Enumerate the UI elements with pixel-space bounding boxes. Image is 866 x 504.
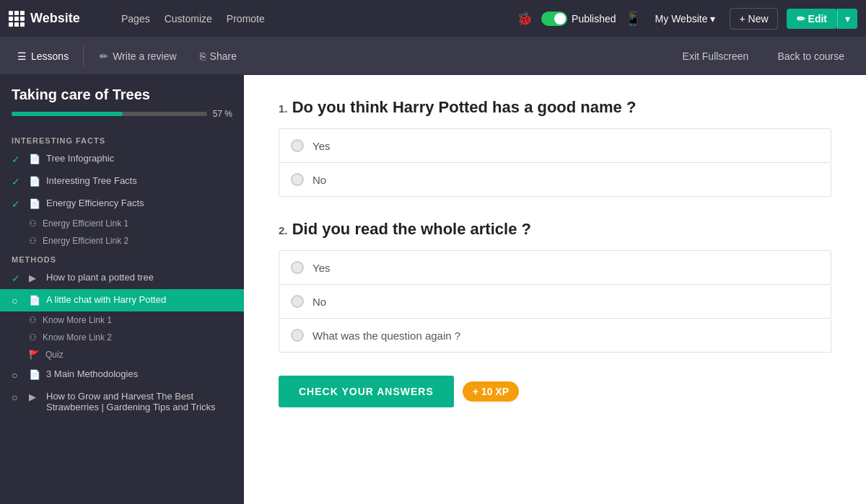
lesson-bar: ☰ Lessons ✏ Write a review ⎘ Share Exit … bbox=[0, 37, 866, 75]
lesson-item-strawberries[interactable]: ○ ▶ How to Grow and Harvest The Best Str… bbox=[0, 386, 244, 417]
doc-icon: 📄 bbox=[29, 176, 40, 187]
lessons-label: Lessons bbox=[31, 50, 69, 62]
lesson-item-how-to-plant[interactable]: ✓ ▶ How to plant a potted tree bbox=[0, 267, 244, 289]
question-1-num: 1. bbox=[279, 102, 288, 115]
circle-icon: ○ bbox=[12, 369, 23, 381]
published-toggle-wrap: Published bbox=[541, 12, 616, 26]
new-label: + New bbox=[739, 13, 768, 25]
hamburger-icon: ☰ bbox=[17, 50, 27, 62]
write-review-label: Write a review bbox=[113, 50, 176, 62]
edit-dropdown-button[interactable]: ▾ bbox=[837, 9, 857, 29]
question-2-body: Did you read the whole article ? bbox=[292, 220, 531, 238]
quiz-icon: 🚩 bbox=[29, 350, 40, 360]
link-icon: ⚇ bbox=[29, 236, 37, 246]
exit-fullscreen-label: Exit Fullscreen bbox=[683, 50, 749, 62]
sub-item-know-more-2[interactable]: ⚇ Know More Link 2 bbox=[0, 329, 244, 346]
lesson-title: Energy Efficiency Facts bbox=[46, 198, 144, 208]
exit-fullscreen-button[interactable]: Exit Fullscreen bbox=[670, 43, 762, 69]
back-to-course-button[interactable]: Back to course bbox=[764, 43, 857, 69]
top-nav-right: 🐞 Published 📱 My Website ▾ + New ✏ Edit … bbox=[517, 8, 857, 30]
option-q2-what[interactable]: What was the question again ? bbox=[279, 319, 831, 353]
back-to-course-label: Back to course bbox=[777, 50, 844, 62]
progress-percent: 57 % bbox=[213, 109, 232, 119]
link-icon: ⚇ bbox=[29, 218, 37, 229]
new-button[interactable]: + New bbox=[730, 8, 777, 30]
question-2-num: 2. bbox=[279, 224, 288, 236]
question-1-options: Yes No bbox=[279, 128, 831, 197]
logo: Website bbox=[9, 11, 110, 27]
check-icon: ✓ bbox=[12, 154, 23, 165]
edit-button[interactable]: ✏ Edit bbox=[787, 9, 837, 29]
option-q2-yes[interactable]: Yes bbox=[279, 250, 831, 285]
option-label: Yes bbox=[312, 262, 330, 274]
lesson-title: 3 Main Methodologies bbox=[46, 368, 138, 379]
doc-icon: 📄 bbox=[29, 154, 40, 164]
sub-item-title: Energy Efficient Link 1 bbox=[43, 218, 128, 229]
option-q1-yes[interactable]: Yes bbox=[279, 128, 831, 163]
link-icon: ⚇ bbox=[29, 332, 37, 342]
check-answers-button[interactable]: CHECK YOUR ANSWERS bbox=[279, 376, 454, 407]
progress-bar-fill bbox=[12, 112, 123, 116]
bug-icon[interactable]: 🐞 bbox=[517, 11, 533, 27]
option-label: Yes bbox=[312, 140, 330, 152]
lesson-item-harry-potted[interactable]: ○ 📄 A little chat with Harry Potted bbox=[0, 289, 244, 311]
lesson-title: How to plant a potted tree bbox=[46, 272, 154, 283]
option-q1-no[interactable]: No bbox=[279, 163, 831, 197]
pencil-icon-review: ✏ bbox=[100, 50, 108, 62]
option-q2-no[interactable]: No bbox=[279, 285, 831, 319]
radio-circle bbox=[291, 139, 304, 152]
lesson-item-tree-infographic[interactable]: ✓ 📄 Tree Infographic bbox=[0, 148, 244, 170]
nav-promote[interactable]: Promote bbox=[227, 13, 265, 25]
my-website-label: My Website bbox=[655, 13, 708, 25]
nav-customize[interactable]: Customize bbox=[165, 13, 212, 25]
mobile-icon[interactable]: 📱 bbox=[625, 11, 641, 27]
share-icon: ⎘ bbox=[200, 50, 206, 62]
radio-circle bbox=[291, 295, 304, 308]
section-interesting-facts-label: INTERESTING FACTS bbox=[0, 131, 244, 148]
circle-icon: ○ bbox=[12, 295, 23, 306]
chevron-down-icon: ▾ bbox=[710, 13, 715, 25]
progress-bar-bg bbox=[12, 112, 207, 116]
progress-bar-wrap: 57 % bbox=[0, 109, 244, 131]
question-2-options: Yes No What was the question again ? bbox=[279, 250, 831, 353]
edit-label: Edit bbox=[808, 13, 827, 25]
section-methods-label: METHODS bbox=[0, 249, 244, 267]
my-website-button[interactable]: My Website ▾ bbox=[650, 10, 722, 27]
question-1-body: Do you think Harry Potted has a good nam… bbox=[292, 98, 637, 116]
pencil-icon: ✏ bbox=[797, 13, 805, 25]
main-layout: Taking care of Trees 57 % INTERESTING FA… bbox=[0, 75, 866, 504]
lesson-item-3-main-methodologies[interactable]: ○ 📄 3 Main Methodologies bbox=[0, 363, 244, 386]
published-toggle[interactable] bbox=[541, 12, 567, 26]
question-block-2: 2. Did you read the whole article ? Yes … bbox=[279, 220, 831, 353]
question-1-text: 1. Do you think Harry Potted has a good … bbox=[279, 98, 831, 117]
sub-item-energy-link-2[interactable]: ⚇ Energy Efficient Link 2 bbox=[0, 232, 244, 249]
lesson-item-energy-efficiency-facts[interactable]: ✓ 📄 Energy Efficiency Facts bbox=[0, 193, 244, 215]
check-icon: ✓ bbox=[12, 198, 23, 210]
sub-item-know-more-1[interactable]: ⚇ Know More Link 1 bbox=[0, 311, 244, 329]
link-icon: ⚇ bbox=[29, 315, 37, 325]
sidebar: Taking care of Trees 57 % INTERESTING FA… bbox=[0, 75, 244, 504]
radio-circle bbox=[291, 173, 304, 186]
sub-item-title: Energy Efficient Link 2 bbox=[43, 236, 128, 246]
share-button[interactable]: ⎘ Share bbox=[190, 46, 247, 66]
radio-circle bbox=[291, 261, 304, 274]
sub-item-quiz[interactable]: 🚩 Quiz bbox=[0, 346, 244, 363]
top-nav: Website Pages Customize Promote 🐞 Publis… bbox=[0, 0, 866, 37]
check-icon: ✓ bbox=[12, 176, 23, 187]
sub-item-title: Know More Link 1 bbox=[43, 315, 112, 325]
lesson-item-interesting-tree-facts[interactable]: ✓ 📄 Interesting Tree Facts bbox=[0, 170, 244, 193]
nav-pages[interactable]: Pages bbox=[121, 13, 150, 25]
lesson-title: How to Grow and Harvest The Best Strawbe… bbox=[46, 391, 232, 412]
btn-row: CHECK YOUR ANSWERS + 10 XP bbox=[279, 376, 831, 407]
write-review-button[interactable]: ✏ Write a review bbox=[89, 46, 186, 66]
share-label: Share bbox=[210, 50, 237, 62]
sub-item-energy-link-1[interactable]: ⚇ Energy Efficient Link 1 bbox=[0, 215, 244, 232]
toggle-dot bbox=[554, 13, 566, 25]
grid-icon bbox=[9, 11, 25, 27]
play-icon: ▶ bbox=[29, 273, 40, 283]
divider bbox=[83, 45, 84, 67]
xp-badge: + 10 XP bbox=[463, 381, 519, 402]
sub-item-title: Quiz bbox=[45, 350, 64, 360]
circle-icon: ○ bbox=[12, 392, 23, 403]
lessons-button[interactable]: ☰ Lessons bbox=[9, 46, 77, 66]
